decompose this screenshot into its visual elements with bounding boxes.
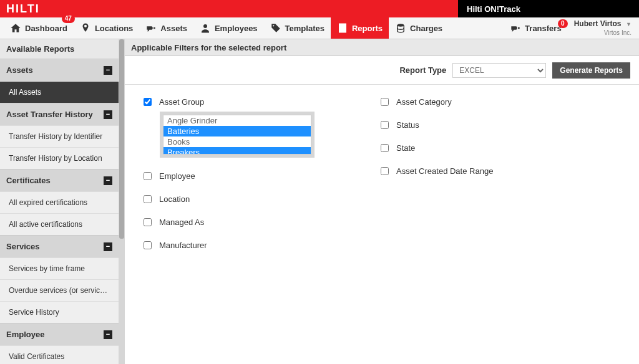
nav-locations[interactable]: Locations [74, 17, 139, 39]
minus-icon: − [104, 110, 112, 119]
user-company: Virtos Inc. [574, 29, 632, 37]
filter-location-checkbox[interactable] [144, 195, 152, 203]
sidebar-inner: Available Reports Assets − All Assets As… [0, 39, 119, 364]
sidebar-item-all-active-certifications[interactable]: All active certifications [0, 213, 119, 235]
sidebar-header-assets[interactable]: Assets − [0, 59, 119, 81]
sidebar-header-asset-transfer-history[interactable]: Asset Transfer History − [0, 103, 119, 125]
drill-icon [145, 22, 157, 34]
nav-charges-label: Charges [410, 24, 442, 33]
generate-reports-button[interactable]: Generate Reports [552, 62, 630, 79]
asset-group-option[interactable]: Breakers [163, 147, 311, 155]
sidebar-header-label: Asset Transfer History [6, 110, 93, 119]
sidebar-item-valid-certificates[interactable]: Valid Certificates [0, 345, 119, 364]
report-icon [337, 22, 348, 34]
filters-body: Asset Group Angle Grinder Batteries Book… [125, 85, 639, 364]
sidebar-item-services-timeframe[interactable]: Services by time frame [0, 257, 119, 279]
filter-employee-checkbox[interactable] [144, 172, 152, 180]
nav-reports[interactable]: Reports [331, 17, 389, 39]
nav-right: Transfers 0 Hubert Virtos ▼ Virtos Inc. [505, 19, 635, 37]
database-icon [395, 22, 406, 34]
filter-state-label: State [396, 143, 415, 153]
asset-group-listbox-wrap: Angle Grinder Batteries Books Breakers [160, 112, 315, 158]
nav-assets[interactable]: Assets [139, 17, 193, 39]
nav-charges[interactable]: Charges [389, 17, 449, 39]
location-pin-icon [80, 22, 91, 34]
nav-employees[interactable]: Employees [193, 17, 264, 39]
sidebar-header-label: Certificates [6, 176, 51, 185]
sidebar-item-transfer-history-location[interactable]: Transfer History by Location [0, 147, 119, 169]
sidebar-header-services[interactable]: Services − [0, 235, 119, 257]
nav-assets-label: Assets [160, 24, 187, 33]
filter-asset-group-label: Asset Group [159, 97, 204, 107]
drill-icon [510, 22, 521, 34]
svg-point-0 [273, 25, 274, 26]
filter-location: Location [144, 194, 343, 204]
nav-templates[interactable]: Templates [264, 17, 331, 39]
filter-asset-created-range: Asset Created Date Range [381, 166, 493, 176]
report-type-select[interactable]: EXCEL [452, 63, 546, 78]
svg-point-1 [398, 24, 404, 27]
filter-asset-group: Asset Group [144, 97, 343, 107]
filter-asset-group-checkbox[interactable] [144, 98, 152, 106]
filter-status-checkbox[interactable] [381, 121, 389, 129]
sidebar-item-all-expired-certifications[interactable]: All expired certifications [0, 191, 119, 213]
nav-templates-label: Templates [285, 24, 324, 33]
sidebar-header-employee[interactable]: Employee − [0, 323, 119, 345]
sidebar-header-label: Assets [6, 65, 33, 75]
sidebar: Available Reports Assets − All Assets As… [0, 39, 125, 364]
sidebar-item-service-history[interactable]: Service History [0, 301, 119, 323]
filter-asset-category-label: Asset Category [396, 97, 452, 107]
filter-status-label: Status [396, 120, 419, 130]
filter-asset-category: Asset Category [381, 97, 493, 107]
filters-left-column: Asset Group Angle Grinder Batteries Book… [144, 97, 343, 352]
minus-icon: − [104, 330, 112, 339]
filter-asset-category-checkbox[interactable] [381, 98, 389, 106]
nav-transfers[interactable]: Transfers 0 [505, 22, 567, 34]
tag-icon [270, 22, 281, 34]
asset-group-listbox[interactable]: Angle Grinder Batteries Books Breakers [163, 115, 311, 155]
nav-dashboard-badge: 47 [62, 14, 75, 23]
user-name: Hubert Virtos [574, 19, 622, 28]
filter-managed-as: Managed As [144, 218, 343, 227]
home-icon [10, 22, 21, 34]
minus-icon: − [104, 242, 112, 251]
sidebar-scrollbar[interactable] [119, 39, 125, 364]
sidebar-header-label: Services [6, 242, 40, 251]
nav-transfers-label: Transfers [525, 24, 562, 33]
chevron-down-icon: ▼ [626, 21, 632, 27]
sidebar-item-transfer-history-identifier[interactable]: Transfer History by Identifier [0, 125, 119, 147]
filter-manufacturer: Manufacturer [144, 241, 343, 250]
sidebar-item-overdue-services[interactable]: Overdue services (or services tha... [0, 279, 119, 301]
nav-reports-label: Reports [352, 24, 383, 33]
report-type-row: Report Type EXCEL Generate Reports [125, 56, 639, 85]
user-menu[interactable]: Hubert Virtos ▼ Virtos Inc. [570, 19, 632, 37]
filter-state-checkbox[interactable] [381, 144, 389, 152]
nav-transfers-badge: 0 [558, 19, 568, 28]
sidebar-title: Available Reports [0, 39, 119, 59]
filter-asset-created-range-checkbox[interactable] [381, 167, 389, 175]
filter-managed-as-checkbox[interactable] [144, 218, 152, 226]
filter-status: Status [381, 120, 493, 130]
main-nav: Dashboard 47 Locations Assets Employees … [0, 17, 639, 39]
filter-location-label: Location [159, 194, 190, 204]
minus-icon: − [104, 176, 112, 185]
sidebar-scrollbar-thumb[interactable] [119, 39, 124, 239]
nav-dashboard[interactable]: Dashboard 47 [4, 17, 74, 39]
sidebar-header-label: Employee [6, 330, 44, 339]
asset-group-option[interactable]: Books [163, 136, 311, 147]
brand-logo-text: HILTI [6, 2, 40, 16]
sidebar-header-certificates[interactable]: Certificates − [0, 169, 119, 191]
filter-asset-group-block: Asset Group Angle Grinder Batteries Book… [144, 97, 343, 158]
asset-group-option[interactable]: Batteries [163, 126, 311, 136]
filter-asset-created-range-label: Asset Created Date Range [396, 166, 493, 176]
filter-state: State [381, 143, 493, 153]
filter-managed-as-label: Managed As [159, 218, 204, 227]
sidebar-item-all-assets[interactable]: All Assets [0, 81, 119, 103]
filter-manufacturer-checkbox[interactable] [144, 241, 152, 249]
filters-right-column: Asset Category Status State Asset Create… [381, 97, 493, 352]
asset-group-option[interactable]: Angle Grinder [163, 115, 311, 126]
nav-locations-label: Locations [95, 24, 133, 33]
panel-title: Applicable Filters for the selected repo… [125, 39, 639, 56]
minus-icon: − [104, 66, 112, 75]
brand-bar: HILTI Hilti ON!Track [0, 0, 639, 17]
